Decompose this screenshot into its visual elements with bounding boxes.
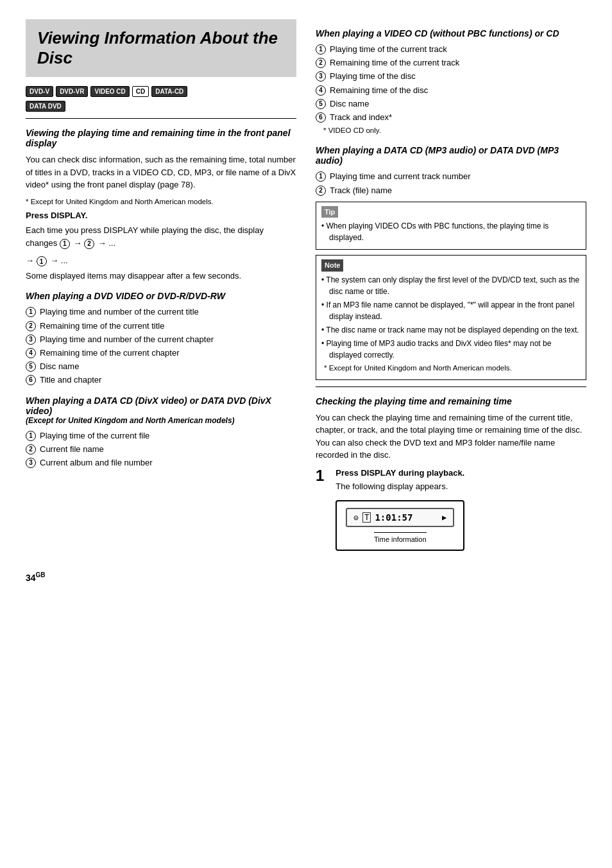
- display-mockup: ⊙ T 1:01:57 ▶ Time information: [336, 500, 464, 551]
- note-bullet-1: The system can only display the first le…: [321, 274, 581, 297]
- note-bullet-3: The disc name or track name may not be d…: [321, 324, 581, 336]
- tip-box: Tip When playing VIDEO CDs with PBC func…: [316, 202, 586, 250]
- page-number: 34GB: [26, 573, 46, 583]
- badge-data-dvd: DATA DVD: [26, 101, 65, 112]
- section-dvd-title: When playing a DVD VIDEO or DVD-R/DVD-RW: [26, 291, 296, 301]
- mp3-item-1: 1 Playing time and current track number: [316, 171, 586, 182]
- divx-item-1: 1 Playing time of the current file: [26, 430, 296, 442]
- dvd-item-4: 4 Remaining time of the current chapter: [26, 347, 296, 359]
- step-1-container: 1 Press DISPLAY during playback. The fol…: [316, 468, 586, 559]
- step-1-content: Press DISPLAY during playback. The follo…: [336, 468, 464, 559]
- badge-dvd-v: DVD-V: [26, 86, 53, 97]
- display-time: 1:01:57: [375, 512, 412, 523]
- divider-top: [26, 118, 296, 119]
- note-label: Note: [321, 259, 343, 272]
- press-display-desc: Each time you press DISPLAY while playin…: [26, 224, 296, 249]
- vcd-item-6: 6 Track and index*: [316, 112, 586, 123]
- dvd-item-1: 1 Playing time and number of the current…: [26, 306, 296, 318]
- divider-right: [316, 386, 586, 387]
- section-viewing-footnote: * Except for United Kingdom and North Am…: [26, 196, 296, 207]
- badge-row2: DATA DVD: [26, 101, 296, 112]
- note-box: Note The system can only display the fir…: [316, 255, 586, 380]
- circle-1: 1: [60, 239, 70, 249]
- badge-dvd-vr: DVD-VR: [56, 86, 88, 97]
- section-check-body: You can check the playing time and remai…: [316, 412, 586, 462]
- section-viewing-title: Viewing the playing time and remaining t…: [26, 128, 296, 148]
- section-divx-title: When playing a DATA CD (DivX video) or D…: [26, 395, 296, 416]
- dvd-item-6: 6 Title and chapter: [26, 374, 296, 386]
- display-caption: Time information: [374, 532, 427, 543]
- divx-item-2: 2 Current file name: [26, 444, 296, 455]
- note-bullet-4: Playing time of MP3 audio tracks and Div…: [321, 338, 581, 361]
- section-divx-subtitle: (Except for United Kingdom and North Ame…: [26, 416, 296, 425]
- note-bullet-2: If an MP3 file name cannot be displayed,…: [321, 299, 581, 322]
- section-mp3-title: When playing a DATA CD (MP3 audio) or DA…: [316, 145, 586, 166]
- track-label: T: [362, 512, 371, 523]
- vcd-item-1: 1 Playing time of the current track: [316, 44, 586, 55]
- step-1-title: Press DISPLAY during playback.: [336, 468, 464, 478]
- badge-cd: CD: [132, 86, 149, 97]
- vcd-item-4: 4 Remaining time of the disc: [316, 85, 586, 96]
- section-check-title: Checking the playing time and remaining …: [316, 396, 586, 406]
- format-badges: DVD-V DVD-VR VIDEO CD CD DATA-CD: [26, 86, 296, 97]
- page-title-box: Viewing Information About the Disc: [26, 19, 296, 77]
- tip-bullet-1: When playing VIDEO CDs with PBC function…: [321, 220, 581, 243]
- left-column: Viewing Information About the Disc DVD-V…: [26, 19, 296, 559]
- right-column: When playing a VIDEO CD (without PBC fun…: [316, 19, 586, 559]
- display-screen: ⊙ T 1:01:57 ▶: [346, 508, 454, 527]
- section-viewing-body: You can check disc information, such as …: [26, 153, 296, 191]
- tip-label: Tip: [321, 206, 338, 218]
- dvd-item-5: 5 Disc name: [26, 361, 296, 372]
- vcd-item-5: 5 Disc name: [316, 98, 586, 110]
- vcd-item-3: 3 Playing time of the disc: [316, 71, 586, 82]
- section-vcd-title: When playing a VIDEO CD (without PBC fun…: [316, 28, 586, 39]
- page-title: Viewing Information About the Disc: [37, 28, 285, 68]
- vcd-item-2: 2 Remaining time of the current track: [316, 57, 586, 69]
- circle-2: 2: [84, 239, 94, 249]
- badge-data-cd: DATA-CD: [151, 86, 187, 97]
- circle-1b: 1: [37, 256, 47, 266]
- disappear-note: Some displayed items may disappear after…: [26, 270, 296, 282]
- press-display-label: Press DISPLAY.: [26, 209, 296, 222]
- play-arrow-icon: ▶: [442, 513, 446, 522]
- page-footer: 34GB: [26, 571, 586, 583]
- step-1-desc: The following display appears.: [336, 480, 464, 493]
- mp3-item-2: 2 Track (file) name: [316, 185, 586, 196]
- arrow-seq2: → 1 → ...: [26, 254, 296, 267]
- dvd-item-2: 2 Remaining time of the current title: [26, 320, 296, 332]
- dvd-item-3: 3 Playing time and number of the current…: [26, 334, 296, 345]
- disc-icon: ⊙: [353, 513, 359, 523]
- step-number: 1: [316, 468, 324, 483]
- badge-video-cd: VIDEO CD: [90, 86, 129, 97]
- divx-item-3: 3 Current album and file number: [26, 457, 296, 469]
- vcd-footnote: * VIDEO CD only.: [323, 125, 586, 136]
- note-footnote: * Except for United Kingdom and North Am…: [324, 363, 581, 373]
